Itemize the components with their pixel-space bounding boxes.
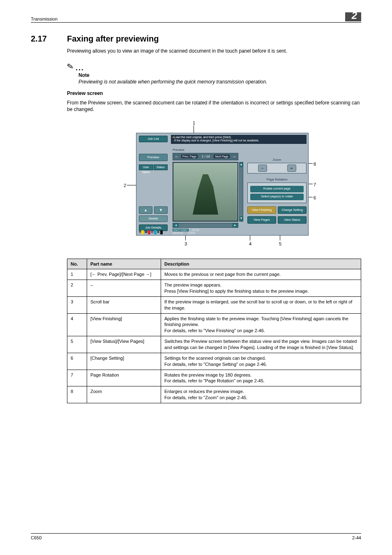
select-pages-rotate-button[interactable]: Select page(s) to rotate	[250, 194, 304, 200]
note-icon: ✎	[66, 61, 75, 72]
delete-button[interactable]: Delete	[139, 215, 168, 222]
table-row: 4[View Finishing]Applies the finishing s…	[67, 313, 361, 336]
page-navigation: ← Prev. Page 1 / 10 Next Page →	[173, 153, 238, 160]
callout-1: 1	[193, 120, 195, 125]
callout-3: 3	[184, 241, 187, 246]
cell-description: Rotates the preview image by 180 degrees…	[161, 370, 361, 386]
table-row: 5[View Status]/[View Pages]Switches the …	[67, 336, 361, 353]
table-row: 1[← Prev. Page]/[Next Page →]Moves to th…	[67, 269, 361, 280]
cell-description: Switches the Preview screen between the …	[161, 336, 361, 353]
cell-partname: Page Rotation	[87, 370, 161, 386]
view-status-button[interactable]: View Status	[278, 216, 307, 224]
callout-5: 5	[279, 241, 281, 246]
cell-partname: Zoom	[87, 386, 161, 403]
preview-heading: Preview screen	[67, 90, 361, 96]
next-arrow-icon[interactable]: →	[231, 154, 238, 159]
preview-diagram: 1 2 3 4 5 6 7 8 Job List ♦Load the next …	[111, 120, 317, 246]
th-partname: Part name	[87, 259, 161, 269]
callout-2: 2	[124, 183, 126, 188]
cell-partname: Scroll bar	[87, 296, 161, 313]
view-pages-button[interactable]: View Pages	[247, 216, 276, 224]
th-description: Description	[161, 259, 361, 269]
vertical-scrollbar[interactable]: ▴▾	[239, 162, 243, 222]
cell-description: The preview image appears.Press [View Fi…	[161, 280, 361, 297]
callout-6: 6	[314, 195, 316, 200]
cell-partname: [← Prev. Page]/[Next Page →]	[87, 269, 161, 280]
toner-indicators: Y M C K	[139, 230, 163, 234]
cell-no: 2	[67, 280, 87, 297]
cell-partname: –	[87, 280, 161, 297]
table-row: 2–The preview image appears.Press [View …	[67, 280, 361, 297]
preview-label: Preview	[173, 148, 184, 152]
callout-8: 8	[314, 162, 316, 166]
page-up-button[interactable]: ▲	[139, 206, 152, 214]
status-tab[interactable]: Status	[154, 164, 168, 170]
section-title: Faxing after previewing	[67, 34, 159, 44]
rotation-label: Page Rotation	[247, 178, 307, 181]
cell-partname: [View Status]/[View Pages]	[87, 336, 161, 353]
callout-7: 7	[314, 182, 316, 187]
panel-footer: 09/27/2007 16:38 Memory 100%	[173, 229, 199, 234]
zoom-label: Zoom	[247, 158, 307, 162]
chapter-badge: 2	[345, 12, 361, 21]
footer-page: 2-44	[352, 535, 361, 540]
table-row: 6[Change Setting]Settings for the scanne…	[67, 353, 361, 370]
job-list-button[interactable]: Job List	[139, 136, 168, 142]
message-bar: ♦Load the next original, and then press …	[171, 135, 307, 144]
prev-page-button[interactable]: Prev. Page	[181, 155, 198, 158]
username-tab[interactable]: User Name	[139, 164, 153, 170]
table-row: 8ZoomEnlarges or reduces the preview ima…	[67, 386, 361, 403]
touch-panel: Job List ♦Load the next original, and th…	[136, 133, 309, 236]
zoom-in-button[interactable]: +	[287, 164, 296, 172]
cell-description: Enlarges or reduces the preview image.Fo…	[161, 386, 361, 403]
view-finishing-button[interactable]: View Finishing	[247, 206, 276, 214]
preview-tab[interactable]: Preview	[139, 154, 168, 161]
horizontal-scrollbar[interactable]: ◂▸	[173, 223, 238, 228]
cell-description: Settings for the scanned originals can b…	[161, 353, 361, 370]
note-label: Note	[78, 72, 361, 78]
note-text: Previewing is not available when perform…	[78, 79, 361, 85]
page-counter: 1 / 10	[198, 155, 213, 158]
cell-no: 6	[67, 353, 87, 370]
cell-description: If the preview image is enlarged, use th…	[161, 296, 361, 313]
zoom-controls: − +	[247, 163, 307, 173]
cell-no: 4	[67, 313, 87, 336]
cell-no: 7	[67, 370, 87, 386]
cell-description: Moves to the previous or next page from …	[161, 269, 361, 280]
cell-description: Applies the finishing state to the previ…	[161, 313, 361, 336]
section-number: 2.17	[31, 34, 55, 44]
parts-table: No. Part name Description 1[← Prev. Page…	[67, 259, 361, 403]
prev-arrow-icon[interactable]: ←	[173, 154, 180, 159]
cell-no: 1	[67, 269, 87, 280]
callout-4: 4	[249, 241, 251, 246]
cell-no: 3	[67, 296, 87, 313]
cell-partname: [Change Setting]	[87, 353, 161, 370]
cell-no: 5	[67, 336, 87, 353]
footer-model: C650	[31, 535, 42, 540]
intro-paragraph: Previewing allows you to view an image o…	[67, 48, 361, 54]
page-down-button[interactable]: ▼	[154, 206, 168, 214]
preview-paragraph: From the Preview screen, the scanned doc…	[67, 99, 361, 113]
header-section: Transmission	[31, 16, 58, 21]
cell-no: 8	[67, 386, 87, 403]
note-dots: ...	[76, 64, 84, 72]
cell-partname: [View Finishing]	[87, 313, 161, 336]
change-setting-button[interactable]: Change Setting	[278, 206, 307, 214]
zoom-out-button[interactable]: −	[258, 164, 267, 172]
rotate-current-button[interactable]: Rotate current page	[250, 186, 304, 192]
table-row: 3Scroll barIf the preview image is enlar…	[67, 296, 361, 313]
note-block: ✎ ... Note Previewing is not available w…	[67, 62, 361, 85]
table-row: 7Page RotationRotates the preview image …	[67, 370, 361, 386]
th-no: No.	[67, 259, 87, 269]
preview-image	[173, 162, 238, 222]
next-page-button[interactable]: Next Page	[214, 155, 230, 158]
